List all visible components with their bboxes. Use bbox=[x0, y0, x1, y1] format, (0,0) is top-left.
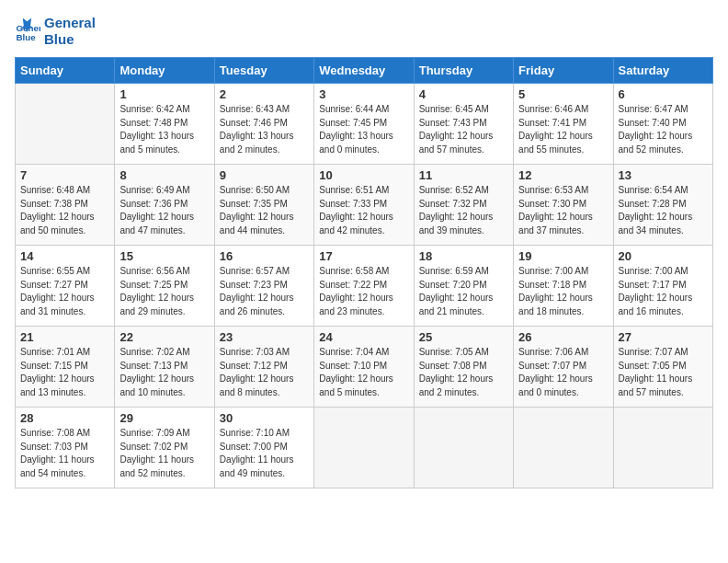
day-number: 21 bbox=[20, 330, 109, 344]
day-number: 16 bbox=[220, 249, 309, 263]
logo: General Blue General Blue bbox=[15, 15, 96, 48]
day-info: Sunrise: 6:43 AM Sunset: 7:46 PM Dayligh… bbox=[220, 103, 309, 156]
calendar-cell bbox=[514, 408, 613, 488]
day-number: 23 bbox=[220, 330, 309, 344]
calendar-cell: 9Sunrise: 6:50 AM Sunset: 7:35 PM Daylig… bbox=[214, 165, 313, 246]
day-info: Sunrise: 7:00 AM Sunset: 7:18 PM Dayligh… bbox=[518, 265, 608, 318]
calendar-cell: 27Sunrise: 7:07 AM Sunset: 7:05 PM Dayli… bbox=[613, 327, 712, 408]
day-info: Sunrise: 6:44 AM Sunset: 7:45 PM Dayligh… bbox=[319, 103, 408, 156]
day-info: Sunrise: 7:00 AM Sunset: 7:17 PM Dayligh… bbox=[619, 265, 708, 318]
calendar-cell: 29Sunrise: 7:09 AM Sunset: 7:02 PM Dayli… bbox=[115, 408, 214, 488]
calendar-cell: 10Sunrise: 6:51 AM Sunset: 7:33 PM Dayli… bbox=[314, 165, 414, 246]
calendar-week-1: 1Sunrise: 6:42 AM Sunset: 7:48 PM Daylig… bbox=[16, 84, 713, 165]
day-number: 14 bbox=[20, 249, 109, 263]
calendar-cell: 12Sunrise: 6:53 AM Sunset: 7:30 PM Dayli… bbox=[514, 165, 613, 246]
logo-line2: Blue bbox=[44, 31, 96, 48]
day-number: 19 bbox=[518, 249, 608, 263]
calendar-cell: 26Sunrise: 7:06 AM Sunset: 7:07 PM Dayli… bbox=[514, 327, 613, 408]
day-info: Sunrise: 6:46 AM Sunset: 7:41 PM Dayligh… bbox=[518, 103, 608, 156]
day-number: 26 bbox=[518, 330, 608, 344]
day-info: Sunrise: 7:09 AM Sunset: 7:02 PM Dayligh… bbox=[119, 427, 209, 480]
day-number: 28 bbox=[20, 411, 109, 425]
day-number: 6 bbox=[619, 87, 708, 101]
calendar-cell: 25Sunrise: 7:05 AM Sunset: 7:08 PM Dayli… bbox=[414, 327, 513, 408]
day-number: 24 bbox=[319, 330, 408, 344]
day-info: Sunrise: 7:05 AM Sunset: 7:08 PM Dayligh… bbox=[419, 346, 508, 399]
calendar-cell: 14Sunrise: 6:55 AM Sunset: 7:27 PM Dayli… bbox=[16, 246, 115, 327]
day-info: Sunrise: 6:47 AM Sunset: 7:40 PM Dayligh… bbox=[619, 103, 708, 156]
calendar-cell: 20Sunrise: 7:00 AM Sunset: 7:17 PM Dayli… bbox=[613, 246, 712, 327]
calendar-week-3: 14Sunrise: 6:55 AM Sunset: 7:27 PM Dayli… bbox=[16, 246, 713, 327]
calendar-cell: 16Sunrise: 6:57 AM Sunset: 7:23 PM Dayli… bbox=[214, 246, 313, 327]
day-number: 25 bbox=[419, 330, 508, 344]
day-info: Sunrise: 6:51 AM Sunset: 7:33 PM Dayligh… bbox=[319, 184, 408, 237]
day-info: Sunrise: 6:53 AM Sunset: 7:30 PM Dayligh… bbox=[518, 184, 608, 237]
day-info: Sunrise: 7:03 AM Sunset: 7:12 PM Dayligh… bbox=[220, 346, 309, 399]
day-number: 5 bbox=[518, 87, 608, 101]
calendar-cell: 21Sunrise: 7:01 AM Sunset: 7:15 PM Dayli… bbox=[16, 327, 115, 408]
day-info: Sunrise: 6:57 AM Sunset: 7:23 PM Dayligh… bbox=[220, 265, 309, 318]
col-header-monday: Monday bbox=[115, 58, 214, 84]
day-info: Sunrise: 6:42 AM Sunset: 7:48 PM Dayligh… bbox=[119, 103, 209, 156]
day-info: Sunrise: 7:10 AM Sunset: 7:00 PM Dayligh… bbox=[220, 427, 309, 480]
calendar-cell: 7Sunrise: 6:48 AM Sunset: 7:38 PM Daylig… bbox=[16, 165, 115, 246]
day-info: Sunrise: 6:52 AM Sunset: 7:32 PM Dayligh… bbox=[419, 184, 508, 237]
svg-text:Blue: Blue bbox=[16, 32, 36, 42]
col-header-wednesday: Wednesday bbox=[314, 58, 414, 84]
day-info: Sunrise: 7:06 AM Sunset: 7:07 PM Dayligh… bbox=[518, 346, 608, 399]
day-number: 20 bbox=[619, 249, 708, 263]
calendar-week-2: 7Sunrise: 6:48 AM Sunset: 7:38 PM Daylig… bbox=[16, 165, 713, 246]
col-header-thursday: Thursday bbox=[414, 58, 513, 84]
calendar-cell: 13Sunrise: 6:54 AM Sunset: 7:28 PM Dayli… bbox=[613, 165, 712, 246]
col-header-saturday: Saturday bbox=[613, 58, 712, 84]
day-number: 8 bbox=[119, 168, 209, 182]
calendar-header: SundayMondayTuesdayWednesdayThursdayFrid… bbox=[16, 58, 713, 84]
day-info: Sunrise: 6:54 AM Sunset: 7:28 PM Dayligh… bbox=[619, 184, 708, 237]
day-info: Sunrise: 7:08 AM Sunset: 7:03 PM Dayligh… bbox=[20, 427, 109, 480]
day-number: 15 bbox=[119, 249, 209, 263]
calendar-cell bbox=[16, 84, 115, 165]
day-number: 11 bbox=[419, 168, 508, 182]
day-number: 29 bbox=[119, 411, 209, 425]
calendar-cell bbox=[613, 408, 712, 488]
day-info: Sunrise: 7:04 AM Sunset: 7:10 PM Dayligh… bbox=[319, 346, 408, 399]
day-number: 4 bbox=[419, 87, 508, 101]
calendar-cell: 19Sunrise: 7:00 AM Sunset: 7:18 PM Dayli… bbox=[514, 246, 613, 327]
calendar-cell: 1Sunrise: 6:42 AM Sunset: 7:48 PM Daylig… bbox=[115, 84, 214, 165]
calendar-cell: 5Sunrise: 6:46 AM Sunset: 7:41 PM Daylig… bbox=[514, 84, 613, 165]
day-info: Sunrise: 6:56 AM Sunset: 7:25 PM Dayligh… bbox=[119, 265, 209, 318]
day-number: 7 bbox=[20, 168, 109, 182]
col-header-sunday: Sunday bbox=[16, 58, 115, 84]
day-number: 1 bbox=[119, 87, 209, 101]
day-number: 27 bbox=[619, 330, 708, 344]
calendar-cell: 18Sunrise: 6:59 AM Sunset: 7:20 PM Dayli… bbox=[414, 246, 513, 327]
calendar-cell: 6Sunrise: 6:47 AM Sunset: 7:40 PM Daylig… bbox=[613, 84, 712, 165]
calendar-cell: 15Sunrise: 6:56 AM Sunset: 7:25 PM Dayli… bbox=[115, 246, 214, 327]
calendar-cell: 28Sunrise: 7:08 AM Sunset: 7:03 PM Dayli… bbox=[16, 408, 115, 488]
calendar-cell: 8Sunrise: 6:49 AM Sunset: 7:36 PM Daylig… bbox=[115, 165, 214, 246]
calendar-cell: 17Sunrise: 6:58 AM Sunset: 7:22 PM Dayli… bbox=[314, 246, 414, 327]
calendar-cell: 4Sunrise: 6:45 AM Sunset: 7:43 PM Daylig… bbox=[414, 84, 513, 165]
calendar-week-4: 21Sunrise: 7:01 AM Sunset: 7:15 PM Dayli… bbox=[16, 327, 713, 408]
calendar-cell: 24Sunrise: 7:04 AM Sunset: 7:10 PM Dayli… bbox=[314, 327, 414, 408]
calendar-cell: 11Sunrise: 6:52 AM Sunset: 7:32 PM Dayli… bbox=[414, 165, 513, 246]
day-number: 22 bbox=[119, 330, 209, 344]
day-number: 17 bbox=[319, 249, 408, 263]
col-header-tuesday: Tuesday bbox=[214, 58, 313, 84]
calendar-cell: 30Sunrise: 7:10 AM Sunset: 7:00 PM Dayli… bbox=[214, 408, 313, 488]
day-info: Sunrise: 7:01 AM Sunset: 7:15 PM Dayligh… bbox=[20, 346, 109, 399]
day-number: 10 bbox=[319, 168, 408, 182]
day-info: Sunrise: 6:50 AM Sunset: 7:35 PM Dayligh… bbox=[220, 184, 309, 237]
day-number: 3 bbox=[319, 87, 408, 101]
day-number: 9 bbox=[220, 168, 309, 182]
day-info: Sunrise: 6:49 AM Sunset: 7:36 PM Dayligh… bbox=[119, 184, 209, 237]
col-header-friday: Friday bbox=[514, 58, 613, 84]
day-info: Sunrise: 6:48 AM Sunset: 7:38 PM Dayligh… bbox=[20, 184, 109, 237]
day-info: Sunrise: 7:02 AM Sunset: 7:13 PM Dayligh… bbox=[119, 346, 209, 399]
day-info: Sunrise: 7:07 AM Sunset: 7:05 PM Dayligh… bbox=[619, 346, 708, 399]
day-number: 30 bbox=[220, 411, 309, 425]
day-info: Sunrise: 6:59 AM Sunset: 7:20 PM Dayligh… bbox=[419, 265, 508, 318]
calendar-cell: 22Sunrise: 7:02 AM Sunset: 7:13 PM Dayli… bbox=[115, 327, 214, 408]
calendar-cell bbox=[414, 408, 513, 488]
day-info: Sunrise: 6:55 AM Sunset: 7:27 PM Dayligh… bbox=[20, 265, 109, 318]
